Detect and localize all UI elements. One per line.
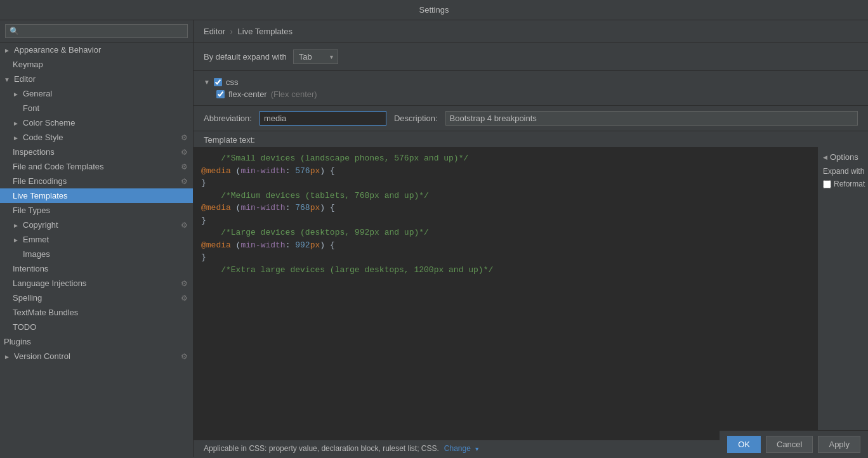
expand-icon — [4, 353, 10, 360]
sidebar-item-editor[interactable]: Editor — [0, 72, 193, 86]
gear-icon: ⚙ — [181, 148, 188, 157]
expand-icon — [13, 91, 19, 97]
sidebar-item-label: Plugins — [4, 337, 31, 346]
sidebar-item-label: General — [23, 89, 52, 98]
sidebar-item-spelling[interactable]: Spelling ⚙ — [0, 291, 193, 305]
flex-center-label: flex-center — [228, 89, 267, 99]
css-group-checkbox[interactable] — [214, 78, 222, 86]
sidebar-item-label: TextMate Bundles — [13, 308, 78, 317]
gear-icon: ⚙ — [181, 177, 188, 186]
desc-label: Description: — [394, 114, 438, 123]
reformat-checkbox[interactable] — [823, 180, 831, 188]
sidebar-item-code-style[interactable]: Code Style ⚙ — [0, 130, 193, 145]
expand-dropdown-wrapper: Tab Enter Space — [293, 49, 338, 64]
sidebar-item-emmet[interactable]: Emmet — [0, 232, 193, 247]
code-editor[interactable]: /*Small devices (landscape phones, 576px… — [194, 147, 817, 440]
code-line: @media (min-width: 992px) { — [201, 239, 810, 252]
sidebar-item-label: Live Templates — [13, 191, 67, 200]
options-label: Options — [830, 152, 858, 162]
sidebar-item-file-encodings[interactable]: File Encodings ⚙ — [0, 174, 193, 188]
code-line: } — [201, 251, 810, 264]
dialog-title: Settings — [419, 5, 449, 15]
sidebar-item-file-code-templates[interactable]: File and Code Templates ⚙ — [0, 159, 193, 174]
sidebar-item-label: File Encodings — [13, 176, 67, 186]
sidebar-item-textmate-bundles[interactable]: TextMate Bundles — [0, 305, 193, 320]
toolbar-row: By default expand with Tab Enter Space — [194, 43, 868, 71]
sidebar-item-label: Color Scheme — [23, 118, 75, 128]
sidebar-item-label: Images — [23, 249, 50, 259]
flex-center-checkbox[interactable] — [216, 90, 225, 98]
sidebar-item-intentions[interactable]: Intentions — [0, 261, 193, 276]
sidebar-item-label: Appearance & Behavior — [14, 45, 101, 55]
sidebar-item-file-types[interactable]: File Types — [0, 203, 193, 218]
expand-icon — [4, 47, 10, 53]
breadcrumb: Editor › Live Templates — [194, 20, 868, 43]
fields-row: Abbreviation: Description: — [194, 106, 868, 131]
sidebar-item-label: Font — [23, 103, 39, 113]
options-panel: ◀ Options Expand with Reformat — [817, 147, 868, 440]
editor-area-wrapper: /*Small devices (landscape phones, 576px… — [194, 147, 868, 440]
sidebar-item-label: Emmet — [23, 235, 49, 244]
expand-dropdown[interactable]: Tab Enter Space — [293, 49, 338, 64]
sidebar-item-language-injections[interactable]: Language Injections ⚙ — [0, 276, 193, 291]
status-text: Applicable in CSS: property value, decla… — [204, 444, 439, 453]
desc-input[interactable] — [445, 111, 858, 126]
sidebar-item-label: Version Control — [14, 351, 70, 361]
template-tree: ▼ css flex-center (Flex center) — [194, 71, 868, 106]
sidebar-item-keymap[interactable]: Keymap — [0, 57, 193, 72]
abbrev-input[interactable] — [260, 111, 386, 126]
gear-icon: ⚙ — [181, 279, 188, 288]
sidebar-item-font[interactable]: Font — [0, 101, 193, 115]
sidebar-item-plugins[interactable]: Plugins — [0, 334, 193, 349]
code-line: } — [201, 214, 810, 227]
breadcrumb-separator: › — [230, 27, 233, 36]
abbrev-label: Abbreviation: — [204, 114, 252, 123]
sidebar-item-label: Spelling — [13, 293, 42, 303]
title-bar: Settings — [0, 0, 868, 20]
gear-icon: ⚙ — [181, 162, 188, 171]
sidebar-item-inspections[interactable]: Inspections ⚙ — [0, 145, 193, 159]
expand-label: By default expand with — [204, 52, 287, 62]
change-link[interactable]: Change ▼ — [444, 444, 480, 453]
expand-icon — [13, 134, 19, 141]
sidebar: Appearance & Behavior Keymap Editor Gene… — [0, 20, 194, 457]
sidebar-item-label: Code Style — [23, 133, 63, 142]
sidebar-item-version-control[interactable]: Version Control ⚙ — [0, 349, 193, 363]
sidebar-item-color-scheme[interactable]: Color Scheme — [0, 115, 193, 130]
ok-button[interactable]: OK — [727, 436, 761, 453]
breadcrumb-parent: Editor — [204, 27, 225, 36]
sidebar-item-label: Intentions — [13, 264, 48, 273]
sidebar-item-label: Editor — [14, 74, 36, 84]
expand-icon — [4, 76, 10, 82]
sidebar-item-appearance[interactable]: Appearance & Behavior — [0, 43, 193, 57]
expand-with-label: Expand with — [823, 167, 864, 176]
sidebar-item-label: Inspections — [13, 147, 55, 157]
tree-collapse-icon[interactable]: ▼ — [204, 79, 210, 86]
expand-icon — [13, 120, 19, 126]
options-collapse-icon[interactable]: ◀ — [823, 154, 827, 160]
gear-icon: ⚙ — [181, 221, 188, 230]
code-line: /*Medium devices (tablets, 768px and up)… — [201, 190, 810, 202]
sidebar-item-live-templates[interactable]: Live Templates — [0, 188, 193, 203]
sidebar-item-general[interactable]: General — [0, 86, 193, 101]
code-line: /*Small devices (landscape phones, 576px… — [201, 152, 810, 165]
gear-icon: ⚙ — [181, 352, 188, 361]
change-dropdown-arrow: ▼ — [474, 446, 480, 452]
sidebar-item-label: File and Code Templates — [13, 162, 104, 171]
template-text-label: Template text: — [194, 131, 868, 147]
code-line: /*Large devices (desktops, 992px and up)… — [201, 226, 810, 239]
sidebar-item-label: Language Injections — [13, 278, 86, 288]
tree-item-flex-center: flex-center (Flex center) — [204, 88, 858, 100]
css-group-label: css — [226, 77, 239, 87]
cancel-button[interactable]: Cancel — [766, 436, 813, 453]
expand-with-row: Expand with — [823, 167, 863, 176]
sidebar-item-todo[interactable]: TODO — [0, 320, 193, 334]
sidebar-item-label: File Types — [13, 206, 50, 215]
sidebar-item-copyright[interactable]: Copyright ⚙ — [0, 218, 193, 232]
search-input[interactable] — [5, 24, 188, 38]
sidebar-item-images[interactable]: Images — [0, 247, 193, 261]
sidebar-item-label: TODO — [13, 322, 36, 332]
apply-button[interactable]: Apply — [818, 436, 860, 453]
template-section: Template text: /*Small devices (landscap… — [194, 131, 868, 440]
change-label: Change — [444, 444, 471, 453]
